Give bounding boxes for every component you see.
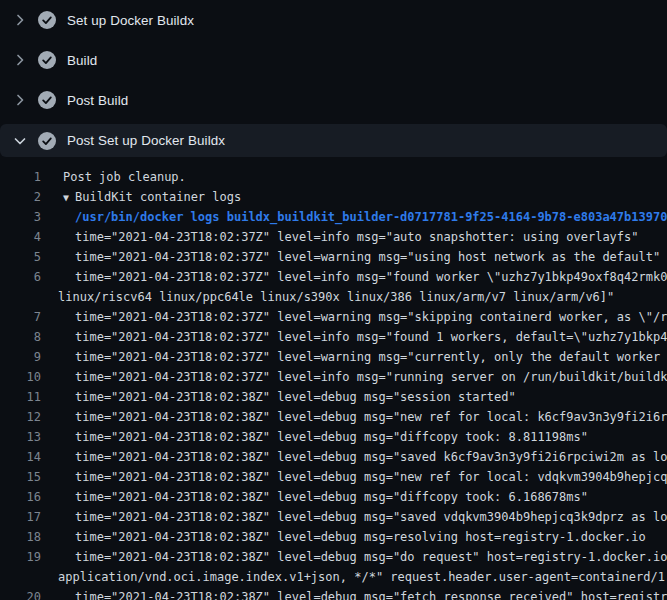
line-number[interactable]: 11 xyxy=(0,387,41,407)
log-text: application/vnd.oci.image.index.v1+json,… xyxy=(41,567,667,587)
log-text: time="2021-04-23T18:02:37Z" level=warnin… xyxy=(41,347,667,367)
log-line: 1 Post job cleanup. xyxy=(0,167,667,187)
check-circle-icon xyxy=(38,132,56,150)
log-line: application/vnd.oci.image.index.v1+json,… xyxy=(0,567,667,587)
line-number[interactable]: 17 xyxy=(0,507,41,527)
log-group-collapse-icon[interactable]: ▼ xyxy=(63,192,69,203)
log-line: 16 time="2021-04-23T18:02:38Z" level=deb… xyxy=(0,487,667,507)
step-row-build[interactable]: Build xyxy=(0,40,667,80)
line-number[interactable] xyxy=(0,567,41,587)
log-line: 3 /usr/bin/docker logs buildx_buildkit_b… xyxy=(0,207,667,227)
log-text: time="2021-04-23T18:02:38Z" level=debug … xyxy=(41,527,667,547)
line-number[interactable]: 18 xyxy=(0,527,41,547)
log-text: time="2021-04-23T18:02:38Z" level=debug … xyxy=(41,467,667,487)
step-title: Set up Docker Buildx xyxy=(67,13,194,28)
step-title: Post Build xyxy=(67,93,128,108)
line-number[interactable] xyxy=(0,287,41,307)
step-row-set-up-docker-buildx[interactable]: Set up Docker Buildx xyxy=(0,0,667,40)
log-text: ▼BuildKit container logs xyxy=(41,187,667,207)
chevron-right-icon xyxy=(12,92,28,108)
chevron-right-icon xyxy=(12,12,28,28)
line-number[interactable]: 10 xyxy=(0,367,41,387)
line-number[interactable]: 14 xyxy=(0,447,41,467)
line-number[interactable]: 12 xyxy=(0,407,41,427)
log-text: time="2021-04-23T18:02:38Z" level=debug … xyxy=(41,507,667,527)
line-number[interactable]: 9 xyxy=(0,347,41,367)
log-line: 10 time="2021-04-23T18:02:37Z" level=inf… xyxy=(0,367,667,387)
line-number[interactable]: 16 xyxy=(0,487,41,507)
chevron-right-icon xyxy=(12,52,28,68)
log-line: 6 time="2021-04-23T18:02:37Z" level=info… xyxy=(0,267,667,287)
line-number[interactable]: 15 xyxy=(0,467,41,487)
line-number[interactable]: 5 xyxy=(0,247,41,267)
log-text: time="2021-04-23T18:02:37Z" level=info m… xyxy=(41,327,667,347)
log-text: time="2021-04-23T18:02:38Z" level=debug … xyxy=(41,407,667,427)
log-text: time="2021-04-23T18:02:38Z" level=debug … xyxy=(41,547,667,567)
log-line: 11 time="2021-04-23T18:02:38Z" level=deb… xyxy=(0,387,667,407)
log-text: time="2021-04-23T18:02:38Z" level=debug … xyxy=(41,487,667,507)
log-line: 7 time="2021-04-23T18:02:37Z" level=warn… xyxy=(0,307,667,327)
log-line: linux/riscv64 linux/ppc64le linux/s390x … xyxy=(0,287,667,307)
check-circle-icon xyxy=(38,51,56,69)
log-line: 18 time="2021-04-23T18:02:38Z" level=deb… xyxy=(0,527,667,547)
step-title: Post Set up Docker Buildx xyxy=(67,133,225,148)
step-title: Build xyxy=(67,53,97,68)
log-line: 9 time="2021-04-23T18:02:37Z" level=warn… xyxy=(0,347,667,367)
log-line: 20 time="2021-04-23T18:02:38Z" level=deb… xyxy=(0,587,667,600)
check-circle-icon xyxy=(38,91,56,109)
line-number[interactable]: 1 xyxy=(0,167,41,187)
log-line: 2 ▼BuildKit container logs xyxy=(0,187,667,207)
line-number[interactable]: 20 xyxy=(0,587,41,600)
log-line: 17 time="2021-04-23T18:02:38Z" level=deb… xyxy=(0,507,667,527)
log-viewer[interactable]: 1 Post job cleanup. 2 ▼BuildKit containe… xyxy=(0,163,667,600)
log-text: /usr/bin/docker logs buildx_buildkit_bui… xyxy=(41,207,667,227)
log-line: 14 time="2021-04-23T18:02:38Z" level=deb… xyxy=(0,447,667,467)
log-text: time="2021-04-23T18:02:38Z" level=debug … xyxy=(41,447,667,467)
log-text: time="2021-04-23T18:02:37Z" level=warnin… xyxy=(41,307,667,327)
log-line: 13 time="2021-04-23T18:02:38Z" level=deb… xyxy=(0,427,667,447)
step-row-post-set-up-docker-buildx[interactable]: Post Set up Docker Buildx xyxy=(0,124,667,157)
step-row-post-build[interactable]: Post Build xyxy=(0,80,667,120)
line-number[interactable]: 8 xyxy=(0,327,41,347)
line-number[interactable]: 6 xyxy=(0,267,41,287)
log-text: time="2021-04-23T18:02:37Z" level=warnin… xyxy=(41,247,667,267)
log-line: 12 time="2021-04-23T18:02:38Z" level=deb… xyxy=(0,407,667,427)
line-number[interactable]: 4 xyxy=(0,227,41,247)
log-line: 8 time="2021-04-23T18:02:37Z" level=info… xyxy=(0,327,667,347)
line-number[interactable]: 19 xyxy=(0,547,41,567)
log-line: 5 time="2021-04-23T18:02:37Z" level=warn… xyxy=(0,247,667,267)
log-text: linux/riscv64 linux/ppc64le linux/s390x … xyxy=(41,287,667,307)
log-line: 19 time="2021-04-23T18:02:38Z" level=deb… xyxy=(0,547,667,567)
line-number[interactable]: 7 xyxy=(0,307,41,327)
log-line: 15 time="2021-04-23T18:02:38Z" level=deb… xyxy=(0,467,667,487)
chevron-down-icon xyxy=(12,133,28,149)
log-group-label: BuildKit container logs xyxy=(75,190,241,204)
line-number[interactable]: 2 xyxy=(0,187,41,207)
log-text: time="2021-04-23T18:02:37Z" level=info m… xyxy=(41,367,667,387)
log-line: 4 time="2021-04-23T18:02:37Z" level=info… xyxy=(0,227,667,247)
line-number[interactable]: 13 xyxy=(0,427,41,447)
log-text: time="2021-04-23T18:02:38Z" level=debug … xyxy=(41,387,667,407)
check-circle-icon xyxy=(38,11,56,29)
log-text: Post job cleanup. xyxy=(41,167,667,187)
log-text: time="2021-04-23T18:02:37Z" level=info m… xyxy=(41,267,667,287)
line-number[interactable]: 3 xyxy=(0,207,41,227)
log-text: time="2021-04-23T18:02:37Z" level=info m… xyxy=(41,227,667,247)
log-text: time="2021-04-23T18:02:38Z" level=debug … xyxy=(41,587,667,600)
steps-list: Set up Docker Buildx Build Post Buil xyxy=(0,0,667,157)
log-text: time="2021-04-23T18:02:38Z" level=debug … xyxy=(41,427,667,447)
